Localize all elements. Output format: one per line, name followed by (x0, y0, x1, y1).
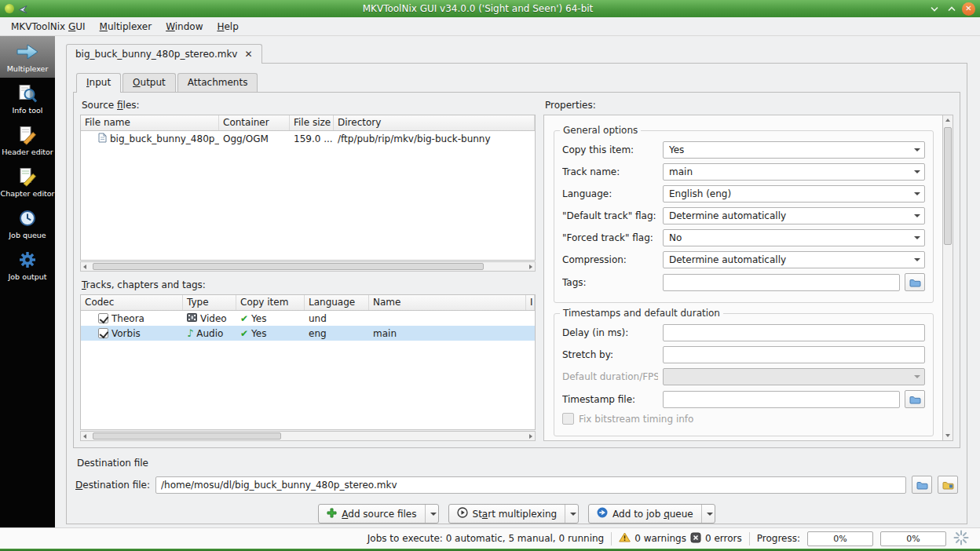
column-header-language[interactable]: Language (305, 295, 369, 310)
column-header-name[interactable]: Name (369, 295, 526, 310)
column-header-directory[interactable]: Directory (334, 115, 535, 130)
sidebar-item-header-editor[interactable]: Header editor (0, 119, 55, 161)
clock-icon (17, 207, 38, 229)
source-files-hscrollbar[interactable] (80, 261, 536, 272)
track-row-audio[interactable]: Vorbis ♪ Audio ✔ Yes eng (81, 326, 535, 341)
progress-label: Progress: (757, 533, 800, 544)
delay-input[interactable] (663, 324, 925, 341)
scroll-right-icon[interactable] (529, 265, 532, 269)
scroll-left-icon[interactable] (83, 265, 86, 269)
add-to-job-queue-button[interactable]: Add to job queue (588, 504, 715, 524)
source-file-row[interactable]: big_buck_bunny_480p_... Ogg/OGM 159.0 ..… (81, 131, 535, 146)
copy-yes-icon: ✔ (240, 313, 248, 324)
document-tab-close-icon[interactable]: ✕ (244, 49, 252, 59)
menu-mkvtoolnix-gui[interactable]: MKVToolNix GUI (4, 18, 93, 35)
scrollbar-thumb[interactable] (944, 127, 952, 245)
scroll-left-icon[interactable] (83, 434, 86, 439)
track-checkbox[interactable] (98, 313, 108, 323)
scroll-right-icon[interactable] (529, 434, 532, 439)
default-duration-label: Default duration/FPS: (562, 371, 658, 382)
sidebar-item-job-queue[interactable]: Job queue (0, 203, 55, 244)
tags-browse-button[interactable] (905, 273, 925, 291)
track-language: eng (305, 328, 369, 339)
forced-track-flag-select[interactable]: No (663, 229, 925, 246)
destination-section-label: Destination file (77, 458, 960, 469)
add-to-job-queue-menu-button[interactable] (701, 505, 715, 523)
sidebar-item-label: Chapter editor (1, 189, 55, 198)
copy-this-item-select[interactable]: Yes (663, 141, 925, 159)
menu-window[interactable]: Window (159, 18, 210, 35)
video-track-icon (187, 313, 197, 324)
column-header-type[interactable]: Type (183, 295, 236, 310)
source-files-table: File name Container File size Directory (80, 115, 536, 261)
audio-track-icon: ♪ (187, 328, 193, 338)
scrollbar-thumb[interactable] (93, 263, 484, 270)
delay-label: Delay (in ms): (562, 327, 658, 338)
sidebar-item-job-output[interactable]: Job output (0, 244, 55, 286)
sidebar-item-info-tool[interactable]: Info tool (0, 78, 55, 119)
add-source-files-menu-button[interactable] (425, 505, 438, 523)
gear-icon (17, 249, 38, 271)
track-checkbox[interactable] (98, 328, 108, 338)
play-icon (457, 507, 468, 520)
input-output-tabs: Input Output Attachments (76, 73, 960, 92)
maximize-button[interactable] (945, 2, 958, 16)
destination-file-input[interactable] (155, 476, 906, 494)
add-source-files-button[interactable]: Add source files (318, 504, 438, 524)
close-button[interactable]: ✕ (962, 2, 975, 16)
sidebar-item-multiplexer[interactable]: Multiplexer (0, 36, 55, 78)
language-select[interactable]: English (eng) (663, 185, 925, 203)
timestamp-file-input[interactable] (663, 391, 900, 408)
tab-output[interactable]: Output (122, 73, 176, 92)
column-header-codec[interactable]: Codec (81, 295, 183, 310)
scroll-down-icon[interactable] (945, 434, 950, 437)
titlebar[interactable]: MKVToolNix GUI v34.0.0 ('Sight and Seen'… (0, 0, 980, 17)
menu-help[interactable]: Help (210, 18, 245, 35)
destination-browse-button[interactable] (912, 476, 932, 494)
destination-folder-button[interactable] (938, 476, 958, 494)
source-files-header: File name Container File size Directory (81, 115, 535, 131)
document-tab-label: big_buck_bunny_480p_stereo.mkv (75, 49, 237, 60)
sidebar-item-chapter-editor[interactable]: Chapter editor (0, 161, 55, 203)
scrollbar-thumb[interactable] (93, 432, 281, 440)
chevron-down-icon (430, 513, 437, 516)
minimize-button[interactable] (927, 2, 941, 16)
statusbar-separator (749, 532, 750, 546)
scroll-up-icon[interactable] (945, 119, 950, 122)
column-header-file-size[interactable]: File size (290, 115, 334, 130)
column-header-id[interactable]: I (526, 295, 535, 310)
default-track-flag-select[interactable]: Determine automatically (663, 207, 925, 224)
track-type: Video (200, 313, 227, 324)
compression-select[interactable]: Determine automatically (663, 251, 925, 268)
track-row-video[interactable]: Theora Video ✔ Yes (81, 311, 535, 326)
track-type: Audio (196, 328, 223, 339)
tracks-label: Tracks, chapters and tags: (82, 279, 536, 290)
track-language: und (305, 313, 369, 324)
destination-file-label: Destination file: (75, 480, 150, 491)
actions-row: Add source files Start multiplexing (73, 504, 960, 524)
sidebar-item-label: Multiplexer (7, 64, 49, 73)
tracks-hscrollbar[interactable] (80, 431, 536, 441)
error-icon (690, 532, 701, 546)
stretch-by-input[interactable] (663, 346, 925, 363)
tags-input[interactable] (663, 274, 900, 291)
tags-label: Tags: (562, 277, 658, 288)
menu-multiplexer[interactable]: Multiplexer (93, 18, 159, 35)
track-name-combo[interactable]: main (663, 163, 925, 181)
timestamp-file-browse-button[interactable] (905, 390, 925, 408)
timestamp-file-label: Timestamp file: (562, 394, 658, 405)
start-multiplexing-button[interactable]: Start multiplexing (448, 504, 580, 524)
forced-track-flag-label: "Forced track" flag: (562, 232, 658, 243)
fix-bitstream-label: Fix bitstream timing info (579, 414, 693, 425)
tab-input[interactable]: Input (76, 73, 121, 93)
warnings-count: 0 warnings (634, 533, 686, 544)
document-tab[interactable]: big_buck_bunny_480p_stereo.mkv ✕ (66, 44, 262, 64)
tab-attachments[interactable]: Attachments (177, 73, 258, 92)
source-file-size: 159.0 ... (290, 133, 334, 144)
properties-vscrollbar[interactable] (942, 115, 953, 440)
column-header-copy-item[interactable]: Copy item (236, 295, 305, 310)
start-multiplexing-menu-button[interactable] (565, 505, 578, 523)
column-header-container[interactable]: Container (219, 115, 290, 130)
chevron-down-icon (914, 192, 920, 195)
column-header-file-name[interactable]: File name (81, 115, 219, 130)
